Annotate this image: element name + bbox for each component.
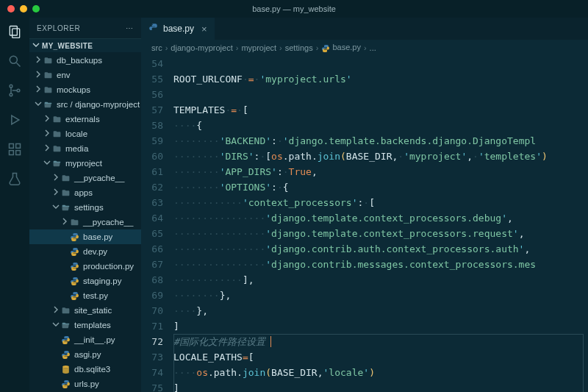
tree-folder[interactable]: myproject — [29, 156, 141, 171]
extensions-icon[interactable] — [7, 141, 23, 157]
code-editor[interactable]: 5455565758596061626364656667686970717273… — [141, 56, 588, 392]
code-line[interactable]: ················'django.contrib.messages… — [173, 257, 588, 272]
tree-file[interactable]: staging.py — [29, 274, 141, 288]
spacer — [60, 292, 69, 300]
sidebar-section-header[interactable]: MY_WEBSITE — [29, 38, 141, 53]
tree-folder[interactable]: env — [29, 68, 141, 82]
folder-icon — [60, 188, 71, 198]
chevron-right-icon — [34, 56, 43, 65]
tree-file[interactable]: test.py — [29, 288, 141, 303]
breadcrumb-segment[interactable]: src — [151, 43, 162, 52]
code-line[interactable]: LOCALE_PATHS=[ — [173, 349, 588, 365]
database-file-icon — [60, 365, 71, 374]
code-line[interactable]: ········'OPTIONS':·{ — [173, 179, 588, 195]
chevron-right-icon: › — [316, 43, 319, 52]
code-line[interactable]: ········'APP_DIRS':·True, — [173, 164, 588, 179]
tree-item-label: myproject — [65, 159, 102, 168]
close-icon[interactable]: × — [201, 24, 207, 35]
code-line[interactable]: #国际化文件路径设置 — [173, 334, 588, 349]
chevron-right-icon — [34, 71, 43, 79]
tree-folder[interactable]: src / django-myproject — [29, 97, 141, 112]
code-line[interactable]: ] — [173, 380, 588, 392]
code-line[interactable]: ········}, — [173, 288, 588, 303]
code-line[interactable]: ········'DIRS':·[os.path.join(BASE_DIR,·… — [173, 149, 588, 164]
folder-icon — [51, 144, 62, 154]
tree-item-label: externals — [65, 115, 100, 124]
editor-area: base.py × src›django-myproject›myproject… — [141, 18, 588, 392]
code-line[interactable]: ····}, — [173, 303, 588, 318]
sidebar-more-icon[interactable]: ⋯ — [126, 24, 134, 32]
tree-item-label: dev.py — [83, 247, 107, 256]
breadcrumb-segment[interactable]: ... — [370, 43, 376, 52]
tree-folder[interactable]: mockups — [29, 82, 141, 97]
tree-file[interactable]: base.py — [29, 229, 141, 244]
spacer — [51, 351, 60, 359]
code-line[interactable]: ] — [173, 318, 588, 334]
folder-icon — [60, 306, 71, 316]
chevron-right-icon — [34, 85, 43, 94]
code-line[interactable]: TEMPLATES·=·[ — [173, 102, 588, 118]
code-line[interactable]: ····{ — [173, 118, 588, 133]
tree-file[interactable]: asgi.py — [29, 347, 141, 362]
code-line[interactable] — [173, 56, 588, 71]
tree-file[interactable]: urls.py — [29, 377, 141, 391]
chevron-right-icon — [43, 144, 51, 153]
tab-base-py[interactable]: base.py × — [141, 18, 215, 40]
titlebar: base.py — my_website — [0, 0, 588, 18]
code-line[interactable]: ················'django.template.context… — [173, 226, 588, 241]
debug-icon[interactable] — [7, 112, 23, 128]
svg-rect-10 — [10, 151, 14, 155]
tree-item-label: mockups — [57, 85, 90, 94]
chevron-right-icon — [60, 218, 69, 227]
tree-item-label: production.py — [83, 262, 134, 271]
tree-file[interactable]: db.sqlite3 — [29, 362, 141, 377]
spacer — [60, 277, 69, 285]
tab-label: base.py — [163, 24, 194, 34]
tree-folder[interactable]: externals — [29, 112, 141, 126]
tree-item-label: test.py — [83, 291, 108, 300]
code-line[interactable]: ············], — [173, 272, 588, 288]
code-line[interactable]: ················'django.template.context… — [173, 210, 588, 226]
tree-file[interactable]: dev.py — [29, 244, 141, 259]
tree-folder[interactable]: __pycache__ — [29, 215, 141, 229]
svg-rect-8 — [10, 144, 14, 149]
code-line[interactable]: ROOT_URLCONF·=·'myproject.urls' — [173, 71, 588, 87]
tree-folder[interactable]: db_backups — [29, 53, 141, 68]
search-icon[interactable] — [7, 53, 23, 69]
code-line[interactable]: ····os.path.join(BASE_DIR,'locale') — [173, 365, 588, 380]
code-line[interactable]: ············'context_processors':·[ — [173, 195, 588, 210]
source-control-icon[interactable] — [7, 82, 23, 99]
explorer-icon[interactable] — [7, 24, 23, 40]
chevron-down-icon — [34, 100, 43, 109]
tree-folder[interactable]: media — [29, 141, 141, 156]
chevron-right-icon: › — [165, 43, 168, 52]
tree-item-label: apps — [74, 188, 93, 197]
tree-folder[interactable]: locale — [29, 126, 141, 141]
code-line[interactable]: ················'django.contrib.auth.con… — [173, 241, 588, 257]
tree-file[interactable]: __init__.py — [29, 332, 141, 347]
code-lines[interactable]: ROOT_URLCONF·=·'myproject.urls' TEMPLATE… — [173, 56, 588, 392]
breadcrumb-segment[interactable]: myproject — [241, 43, 276, 52]
code-line[interactable] — [173, 87, 588, 102]
chevron-right-icon — [51, 174, 60, 182]
breadcrumb-segment[interactable]: settings — [285, 43, 313, 52]
python-file-icon — [60, 335, 71, 345]
python-file-icon — [69, 247, 80, 257]
breadcrumb[interactable]: src›django-myproject›myproject›settings›… — [141, 40, 588, 56]
tree-folder[interactable]: settings — [29, 200, 141, 215]
testing-icon[interactable] — [7, 171, 23, 187]
tree-folder[interactable]: templates — [29, 318, 141, 332]
tree-item-label: __init__.py — [74, 335, 115, 344]
tree-folder[interactable]: apps — [29, 185, 141, 200]
tree-item-label: urls.py — [74, 379, 99, 388]
chevron-right-icon: › — [279, 43, 282, 52]
tree-folder[interactable]: __pycache__ — [29, 171, 141, 185]
code-line[interactable]: ········'BACKEND':·'django.template.back… — [173, 133, 588, 149]
breadcrumb-segment[interactable]: django-myproject — [171, 43, 232, 52]
tree-folder[interactable]: site_static — [29, 303, 141, 318]
folder-icon — [51, 115, 62, 124]
tree-file[interactable]: production.py — [29, 259, 141, 274]
chevron-down-icon — [51, 321, 60, 329]
svg-rect-0 — [10, 26, 17, 36]
breadcrumb-segment[interactable]: base.py — [321, 43, 361, 52]
